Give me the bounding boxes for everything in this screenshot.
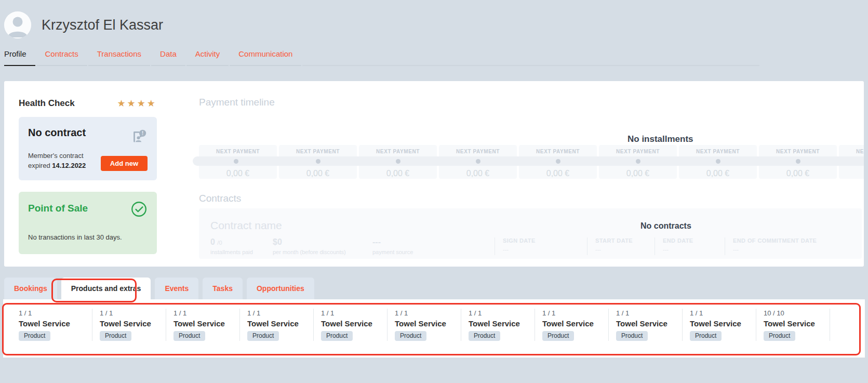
timeline-dot-icon <box>234 159 238 164</box>
next-payment-label: NEXT PAYMENT <box>679 149 757 154</box>
tab-transactions[interactable]: Transactions <box>88 49 150 66</box>
sign-date-label: SIGN DATE <box>503 237 582 244</box>
profile-overview-panel: Health Check ★★★★ No contract ! <box>4 81 864 267</box>
next-payment-label: NEXT PAYMENT <box>279 149 357 154</box>
end-date-label: END DATE <box>663 237 719 244</box>
product-name: Towel Service <box>321 319 387 328</box>
payment-timeline-item: NEXT PAYMENT 0,00 € <box>679 145 757 179</box>
end-of-commitment-date-label: END OF COMMITMENT DATE <box>733 237 845 244</box>
person-silhouette-icon <box>4 11 31 38</box>
product-type-badge: Product <box>542 331 574 341</box>
product-count: 1 / 1 <box>616 309 682 317</box>
product-name: Towel Service <box>395 319 461 328</box>
timeline-dot-icon <box>556 159 560 164</box>
tab-tasks[interactable]: Tasks <box>203 278 243 299</box>
tab-opportunities[interactable]: Opportunities <box>247 278 314 299</box>
contracts-title: Contracts <box>199 193 864 204</box>
product-card[interactable]: 1 / 1 Towel Service Product <box>166 309 240 341</box>
product-type-badge: Product <box>764 331 795 341</box>
payments-column: Payment timeline NEXT PAYMENT 0,00 € NEX… <box>175 81 864 267</box>
next-payment-label: NEXT PAYMENT <box>759 149 837 154</box>
payment-timeline-row: NEXT PAYMENT 0,00 € NEXT PAYMENT 0,00 € <box>199 145 864 179</box>
product-type-badge: Product <box>690 331 722 341</box>
product-name: Towel Service <box>173 319 239 328</box>
next-payment-label: NEXT PAYMENT <box>839 149 864 154</box>
tab-activity[interactable]: Activity <box>186 49 229 66</box>
page-title: Krzysztof El Kassar <box>42 17 163 33</box>
payment-timeline-item: NEXT PAYMENT 0,00 € <box>519 145 597 179</box>
tab-data[interactable]: Data <box>151 49 185 66</box>
product-type-badge: Product <box>469 331 500 341</box>
product-type-badge: Product <box>395 331 426 341</box>
end-of-commitment-date-column: END OF COMMITMENT DATE --- <box>725 237 850 255</box>
timeline-track <box>837 156 864 166</box>
tab-bookings[interactable]: Bookings <box>4 278 57 299</box>
star-rating: ★★★★ <box>117 98 157 109</box>
timeline-track <box>517 156 599 166</box>
payment-source-label: payment source <box>372 249 490 255</box>
next-payment-amount: 0,00 € <box>359 169 437 178</box>
product-card[interactable]: 1 / 1 Towel Service Product <box>19 309 92 341</box>
tab-products-and-extras[interactable]: Products and extras <box>61 278 151 299</box>
payment-timeline-item: NEXT PAYMENT 0,00 € <box>359 145 437 179</box>
products-row: 1 / 1 Towel Service Product 1 / 1 Towel … <box>3 299 865 341</box>
next-payment-label: NEXT PAYMENT <box>199 149 277 154</box>
product-count: 1 / 1 <box>247 309 313 317</box>
profile-header: Krzysztof El Kassar <box>0 0 868 38</box>
product-card[interactable]: 1 / 1 Towel Service Product <box>609 309 683 341</box>
tab-contracts[interactable]: Contracts <box>36 49 87 66</box>
next-payment-amount: 0,00 € <box>199 169 277 178</box>
contract-name-placeholder: Contract name <box>210 219 850 232</box>
payment-source-stat: --- payment source <box>372 237 495 255</box>
product-type-badge: Product <box>321 331 353 341</box>
next-payment-label: NEXT PAYMENT <box>359 149 437 154</box>
installments-label: installments paid <box>210 249 269 255</box>
tab-profile[interactable]: Profile <box>4 49 35 66</box>
product-type-badge: Product <box>247 331 279 341</box>
next-payment-amount: 0,00 € <box>599 169 677 178</box>
product-card[interactable]: 1 / 1 Towel Service Product <box>461 309 535 341</box>
product-count: 10 / 10 <box>764 309 830 317</box>
timeline-track <box>757 156 839 166</box>
product-name: Towel Service <box>542 319 608 328</box>
no-contract-card: No contract ! Member's contract expired … <box>19 117 157 180</box>
timeline-track <box>357 156 439 166</box>
per-month-value: $0 <box>273 237 368 247</box>
product-count: 1 / 1 <box>19 309 92 317</box>
next-payment-amount: 0,00 € <box>839 169 864 178</box>
product-card[interactable]: 10 / 10 Towel Service Product <box>756 309 830 341</box>
end-of-commitment-date-value: --- <box>733 246 845 253</box>
health-check-title: Health Check <box>19 98 75 109</box>
product-name: Towel Service <box>19 319 92 328</box>
start-date-column: START DATE --- <box>587 237 655 255</box>
product-count: 1 / 1 <box>690 309 756 317</box>
tab-communication[interactable]: Communication <box>230 49 301 66</box>
tab-events[interactable]: Events <box>155 278 198 299</box>
payment-timeline-item: NEXT PAYMENT 0,00 € <box>279 145 357 179</box>
product-type-badge: Product <box>100 331 131 341</box>
timeline-track <box>277 156 359 166</box>
product-name: Towel Service <box>690 319 756 328</box>
add-new-button[interactable]: Add new <box>101 156 148 171</box>
product-card[interactable]: 1 / 1 Towel Service Product <box>683 309 756 341</box>
start-date-value: --- <box>595 246 649 253</box>
point-of-sale-message: No transactions in last 30 days. <box>28 233 148 241</box>
timeline-track <box>677 156 759 166</box>
product-card[interactable]: 1 / 1 Towel Service Product <box>240 309 314 341</box>
no-contracts-message: No contracts <box>640 221 691 231</box>
per-month-label: per month (before discounts) <box>273 249 368 255</box>
product-card[interactable]: 1 / 1 Towel Service Product <box>388 309 461 341</box>
product-card[interactable]: 1 / 1 Towel Service Product <box>92 309 166 341</box>
installments-total: /0 <box>217 240 222 246</box>
contract-alert-icon: ! <box>130 127 148 144</box>
product-name: Towel Service <box>616 319 682 328</box>
no-contract-message: Member's contract expired 14.12.2022 <box>28 151 101 171</box>
contract-expiry-date: 14.12.2022 <box>52 162 86 169</box>
point-of-sale-title: Point of Sale <box>28 201 88 214</box>
product-card[interactable]: 1 / 1 Towel Service Product <box>535 309 609 341</box>
bottom-tab-bar: Bookings Products and extras Events Task… <box>0 278 868 299</box>
product-count: 1 / 1 <box>100 309 166 317</box>
no-installments-message: No installments <box>627 134 693 144</box>
product-card[interactable]: 1 / 1 Towel Service Product <box>314 309 388 341</box>
timeline-track <box>597 156 679 166</box>
